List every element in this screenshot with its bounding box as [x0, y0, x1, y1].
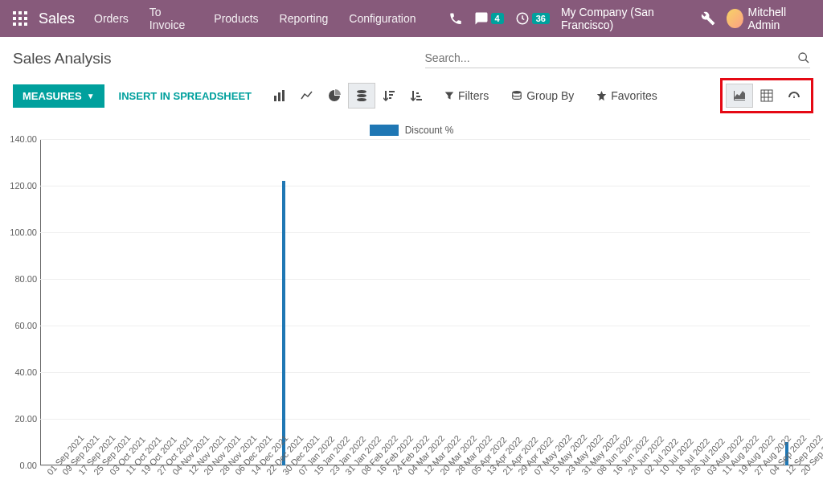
search-icon[interactable] [797, 51, 810, 64]
line-chart-button[interactable] [293, 83, 321, 109]
svg-rect-8 [24, 23, 27, 26]
activities-badge: 36 [532, 13, 550, 24]
gridline [40, 419, 810, 420]
measures-button[interactable]: MEASURES▼ [13, 84, 104, 108]
y-axis [40, 139, 41, 465]
svg-point-10 [799, 53, 806, 60]
top-navbar: Sales Orders To Invoice Products Reporti… [0, 0, 823, 37]
svg-rect-5 [24, 17, 27, 20]
search-bar[interactable] [425, 48, 810, 68]
user-menu[interactable]: Mitchell Admin [727, 6, 810, 31]
y-tick-label: 100.00 [6, 227, 37, 237]
pivot-view-button[interactable] [753, 84, 780, 108]
svg-point-16 [357, 94, 366, 97]
x-axis-labels: 01 Sep 202109 Sep 202117 Sep 202125 Sep … [40, 465, 810, 504]
nav-orders[interactable]: Orders [94, 12, 129, 25]
svg-rect-2 [24, 11, 27, 14]
gridline [40, 139, 810, 140]
gridline [40, 279, 810, 280]
filters-button[interactable]: Filters [436, 84, 497, 107]
svg-rect-19 [761, 90, 772, 101]
svg-rect-6 [13, 23, 16, 26]
apps-icon[interactable] [13, 11, 27, 26]
y-tick-label: 0.00 [6, 461, 37, 470]
graph-view-button[interactable] [726, 84, 753, 108]
chart-bar[interactable] [282, 181, 285, 465]
toolbar: MEASURES▼ INSERT IN SPREADSHEET Filters … [0, 73, 823, 121]
company-switcher[interactable]: My Company (San Francisco) [561, 6, 690, 31]
svg-point-18 [513, 91, 522, 94]
messages-icon[interactable]: 4 [474, 11, 504, 26]
user-name: Mitchell Admin [748, 6, 810, 31]
svg-rect-13 [278, 92, 280, 101]
svg-rect-7 [18, 23, 22, 26]
y-tick-label: 140.00 [6, 134, 37, 144]
svg-rect-14 [282, 90, 285, 101]
chart-legend[interactable]: Discount % [8, 125, 815, 136]
svg-rect-1 [18, 11, 22, 14]
nav-to-invoice[interactable]: To Invoice [149, 6, 194, 31]
caret-down-icon: ▼ [87, 92, 95, 100]
search-input[interactable] [425, 51, 791, 64]
insert-spreadsheet-button[interactable]: INSERT IN SPREADSHEET [111, 84, 260, 108]
svg-rect-0 [13, 11, 16, 14]
brand-title[interactable]: Sales [39, 10, 75, 27]
y-tick-label: 40.00 [6, 367, 37, 377]
svg-point-15 [357, 90, 366, 93]
nav-reporting[interactable]: Reporting [280, 12, 329, 25]
gridline [40, 186, 810, 186]
subheader: Sales Analysis [0, 37, 823, 73]
y-tick-label: 60.00 [6, 321, 37, 330]
measures-label: MEASURES [23, 90, 82, 102]
pie-chart-button[interactable] [321, 83, 348, 109]
y-tick-label: 20.00 [6, 414, 37, 424]
svg-rect-4 [18, 17, 22, 20]
y-tick-label: 120.00 [6, 181, 37, 191]
view-switcher [720, 78, 813, 113]
nav-products[interactable]: Products [214, 12, 258, 25]
group-by-button[interactable]: Group By [503, 84, 582, 107]
dashboard-view-button[interactable] [780, 84, 808, 108]
gridline [40, 372, 810, 373]
svg-point-17 [357, 98, 366, 101]
chart-type-group [266, 83, 430, 109]
stacked-button[interactable] [348, 83, 375, 109]
nav-configuration[interactable]: Configuration [349, 12, 416, 25]
chart-plot: 0.0020.0040.0060.0080.00100.00120.00140.… [40, 139, 810, 465]
sort-asc-button[interactable] [403, 83, 430, 109]
debug-icon[interactable] [701, 11, 715, 26]
messages-badge: 4 [491, 13, 504, 24]
gridline [40, 232, 810, 233]
page-title: Sales Analysis [13, 50, 112, 68]
svg-line-11 [805, 59, 809, 63]
svg-rect-3 [13, 17, 16, 20]
legend-swatch [370, 125, 399, 136]
bar-chart-button[interactable] [266, 83, 293, 109]
chart-area: Discount % 0.0020.0040.0060.0080.00100.0… [0, 121, 823, 504]
voip-icon[interactable] [448, 11, 463, 26]
avatar [727, 9, 743, 28]
svg-rect-12 [274, 96, 276, 101]
activities-icon[interactable]: 36 [515, 11, 550, 26]
favorites-button[interactable]: Favorites [588, 84, 665, 107]
y-tick-label: 80.00 [6, 274, 37, 284]
gridline [40, 326, 810, 326]
sort-desc-button[interactable] [375, 83, 403, 109]
legend-label: Discount % [405, 125, 454, 136]
